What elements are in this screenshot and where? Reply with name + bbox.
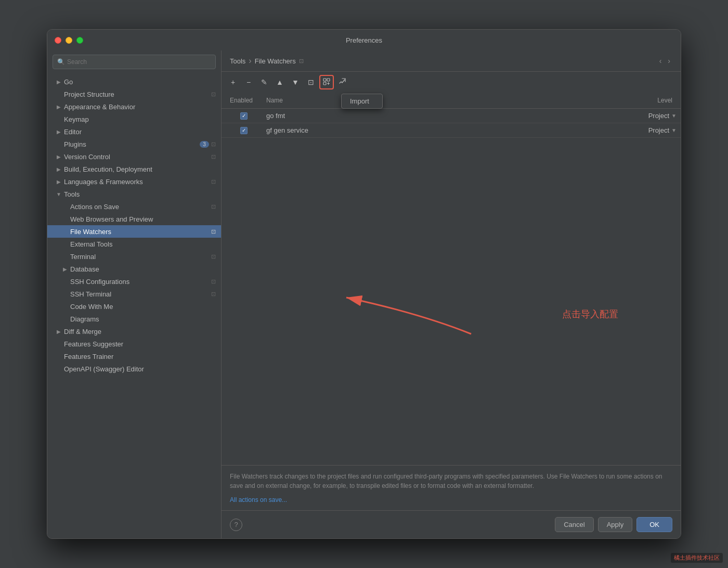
sidebar-item-appearance[interactable]: ▶ Appearance & Behavior — [47, 100, 221, 113]
search-icon: 🔍 — [57, 58, 65, 66]
export-button[interactable] — [335, 75, 349, 89]
sync-icon: ⊡ — [211, 153, 216, 160]
sidebar-item-label: SSH Terminal — [70, 290, 111, 298]
sidebar-item-version-control[interactable]: ▶ Version Control ⊡ — [47, 150, 221, 163]
level-dropdown-arrow-1[interactable]: ▼ — [671, 113, 677, 119]
sidebar-item-diff-merge[interactable]: ▶ Diff & Merge — [47, 325, 221, 338]
spacer-icon — [56, 141, 62, 147]
th-name: Name — [262, 95, 614, 106]
spacer-icon — [62, 303, 68, 309]
sidebar-item-diagrams[interactable]: Diagrams — [47, 313, 221, 325]
td-name-2: gf gen service — [262, 126, 614, 134]
nav-back-button[interactable]: ‹ — [657, 56, 664, 66]
right-panel: Tools › File Watchers ⊡ ‹ › + − ✎ — [222, 50, 681, 538]
sidebar-item-go[interactable]: ▶ Go — [47, 75, 221, 88]
sidebar-item-terminal[interactable]: Terminal ⊡ — [47, 250, 221, 263]
sidebar-item-openapi[interactable]: OpenAPI (Swagger) Editor — [47, 363, 221, 375]
enabled-checkbox-1[interactable]: ✓ — [240, 112, 248, 120]
sidebar-item-build[interactable]: ▶ Build, Execution, Deployment — [47, 163, 221, 175]
copy-icon: ⊡ — [308, 78, 314, 86]
chevron-right-icon: ▶ — [56, 128, 62, 135]
sidebar-item-label: Diagrams — [70, 315, 99, 323]
sidebar-item-label: Web Browsers and Preview — [70, 215, 153, 223]
maximize-button[interactable] — [76, 37, 83, 44]
level-dropdown-arrow-2[interactable]: ▼ — [671, 127, 677, 133]
sidebar-item-database[interactable]: ▶ Database — [47, 263, 221, 275]
sidebar-item-plugins[interactable]: Plugins 3 ⊡ — [47, 138, 221, 150]
toolbar: + − ✎ ▲ ▼ ⊡ — [222, 72, 681, 93]
sidebar-item-features-suggester[interactable]: Features Suggester — [47, 338, 221, 350]
search-input[interactable] — [67, 58, 211, 66]
chevron-right-icon: ▶ — [56, 166, 62, 172]
sidebar-item-label: Code With Me — [70, 303, 113, 311]
spacer-icon — [56, 366, 62, 372]
sidebar-item-label: Editor — [64, 128, 82, 136]
minus-icon: − — [246, 78, 251, 86]
table-row[interactable]: ✓ go fmt Project ▼ — [222, 109, 681, 123]
spacer-icon — [62, 253, 68, 260]
sidebar-item-project-structure[interactable]: Project Structure ⊡ — [47, 88, 221, 100]
chevron-right-icon: ▶ — [56, 328, 62, 334]
sidebar-item-actions-on-save[interactable]: Actions on Save ⊡ — [47, 200, 221, 213]
plugins-badge: 3 — [200, 141, 209, 148]
sync-icon: ⊡ — [211, 278, 216, 285]
table-area: Enabled Name Level ✓ go fmt P — [222, 93, 681, 465]
spacer-icon — [62, 241, 68, 247]
move-down-button[interactable]: ▼ — [288, 75, 303, 89]
description-text: File Watchers track changes to the proje… — [230, 472, 672, 490]
import-dropdown-item[interactable]: Import — [342, 94, 382, 108]
sidebar-item-label: Actions on Save — [70, 203, 119, 211]
sidebar-item-label: Languages & Frameworks — [64, 178, 143, 186]
sidebar-item-tools[interactable]: ▼ Tools — [47, 188, 221, 200]
breadcrumb-parent: Tools — [230, 57, 245, 65]
move-up-button[interactable]: ▲ — [272, 75, 287, 89]
edit-watcher-button[interactable]: ✎ — [257, 75, 271, 89]
chevron-right-icon: ▶ — [56, 79, 62, 85]
enabled-checkbox-2[interactable]: ✓ — [240, 127, 248, 134]
sidebar-item-features-trainer[interactable]: Features Trainer — [47, 350, 221, 363]
sidebar-item-ssh-config[interactable]: SSH Configurations ⊡ — [47, 275, 221, 288]
sidebar-item-label: Go — [64, 78, 73, 86]
sidebar-item-external-tools[interactable]: External Tools — [47, 238, 221, 250]
table-header: Enabled Name Level — [222, 93, 681, 109]
all-actions-link[interactable]: All actions on save... — [230, 496, 287, 504]
th-enabled: Enabled — [226, 95, 262, 106]
sidebar-item-keymap[interactable]: Keymap — [47, 113, 221, 125]
remove-watcher-button[interactable]: − — [241, 75, 256, 89]
minimize-button[interactable] — [66, 37, 72, 44]
sidebar-item-label: Project Structure — [64, 91, 114, 98]
cancel-button[interactable]: Cancel — [555, 517, 593, 532]
sidebar-item-label: Tools — [64, 190, 80, 198]
sidebar-item-editor[interactable]: ▶ Editor — [47, 125, 221, 138]
edit-icon: ✎ — [261, 78, 267, 86]
sidebar-item-label: Terminal — [70, 253, 96, 261]
checkmark-icon: ✓ — [242, 113, 246, 119]
copy-button[interactable]: ⊡ — [304, 75, 318, 89]
sync-icon: ⊡ — [211, 203, 216, 210]
sidebar-item-ssh-terminal[interactable]: SSH Terminal ⊡ — [47, 288, 221, 300]
sidebar-item-label: Version Control — [64, 153, 110, 161]
nav-forward-button[interactable]: › — [666, 56, 672, 66]
td-enabled-2: ✓ — [226, 127, 262, 134]
search-box[interactable]: 🔍 — [53, 55, 216, 69]
close-button[interactable] — [55, 37, 61, 44]
help-button[interactable]: ? — [230, 519, 242, 531]
sidebar-item-label: Appearance & Behavior — [64, 103, 135, 111]
table-row[interactable]: ✓ gf gen service Project ▼ — [222, 123, 681, 138]
th-level: Level — [614, 95, 677, 106]
sidebar-item-code-with-me[interactable]: Code With Me — [47, 300, 221, 313]
sidebar-item-file-watchers[interactable]: File Watchers ⊡ — [47, 225, 221, 238]
bottom-actions: Cancel Apply OK — [555, 517, 672, 532]
sidebar-item-languages[interactable]: ▶ Languages & Frameworks ⊡ — [47, 175, 221, 188]
spacer-icon — [56, 353, 62, 359]
import-button[interactable] — [319, 75, 334, 89]
add-watcher-button[interactable]: + — [226, 75, 240, 89]
td-enabled-1: ✓ — [226, 112, 262, 120]
ok-button[interactable]: OK — [636, 517, 672, 532]
apply-button[interactable]: Apply — [598, 517, 633, 532]
chevron-right-icon: ▶ — [56, 153, 62, 160]
spacer-icon — [56, 91, 62, 97]
sidebar-item-label: File Watchers — [70, 228, 111, 236]
sidebar-item-web-browsers[interactable]: Web Browsers and Preview — [47, 213, 221, 225]
sidebar-item-label: Database — [70, 265, 99, 273]
